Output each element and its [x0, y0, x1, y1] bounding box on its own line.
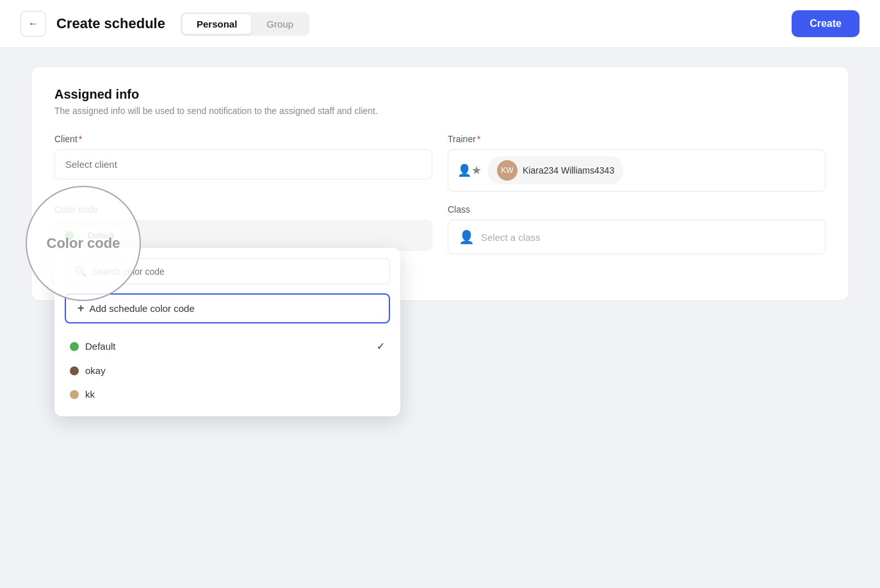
back-icon: ← [28, 18, 38, 29]
color-code-field-group: Color code Default 🔍 + [54, 204, 432, 254]
color-option-okay[interactable]: okay [65, 359, 390, 382]
color-dot-default [70, 342, 79, 351]
color-option-default-label: Default [85, 341, 116, 352]
add-color-label: Add schedule color code [90, 303, 195, 314]
form-row-client-trainer: Client* Trainer* 👤★ KW Kiara234 Williams… [54, 134, 826, 192]
client-input[interactable] [54, 149, 432, 179]
color-code-label: Color code [54, 204, 432, 215]
trainer-required: * [477, 134, 480, 144]
class-field[interactable]: 👤 Select a class [448, 220, 826, 254]
color-dot-okay [70, 366, 79, 375]
trainer-field-group: Trainer* 👤★ KW Kiara234 Williams4343 [448, 134, 826, 192]
check-icon: ✓ [377, 340, 385, 352]
color-search-bar: 🔍 [65, 258, 390, 284]
trainer-field[interactable]: 👤★ KW Kiara234 Williams4343 [448, 149, 826, 192]
tab-group: Personal Group [181, 12, 309, 36]
search-icon: 🔍 [74, 265, 87, 277]
trainer-name-badge: KW Kiara234 Williams4343 [488, 156, 623, 184]
client-required: * [79, 134, 82, 144]
class-label: Class [448, 204, 826, 215]
page-header: ← Create schedule Personal Group Create [0, 0, 880, 48]
color-code-section: Default 🔍 + Add schedule color code [54, 220, 432, 251]
color-option-default[interactable]: Default ✓ [65, 334, 390, 359]
color-dot-selected [65, 231, 74, 240]
class-person-icon: 👤 [459, 229, 475, 245]
add-color-button[interactable]: + Add schedule color code [65, 293, 390, 323]
color-selected-badge: Default [80, 227, 122, 243]
tab-personal[interactable]: Personal [183, 14, 251, 34]
card-title: Assigned info [54, 87, 826, 102]
back-button[interactable]: ← [20, 11, 46, 37]
color-option-kk-label: kk [85, 389, 95, 400]
color-option-kk[interactable]: kk [65, 382, 390, 406]
trainer-name-text: Kiara234 Williams4343 [523, 165, 614, 176]
card-subtitle: The assigned info will be used to send n… [54, 106, 826, 116]
create-button[interactable]: Create [792, 10, 860, 37]
color-option-okay-label: okay [85, 365, 106, 376]
page-title: Create schedule [56, 15, 165, 32]
trainer-label: Trainer* [448, 134, 826, 144]
class-placeholder-text: Select a class [481, 232, 541, 243]
color-dot-kk [70, 390, 79, 399]
trainer-star-icon: 👤★ [457, 163, 482, 177]
plus-icon: + [77, 302, 85, 315]
assigned-info-card: Assigned info The assigned info will be … [31, 66, 849, 301]
client-field-group: Client* [54, 134, 432, 192]
class-field-group: Class 👤 Select a class [448, 204, 826, 254]
color-search-input[interactable] [92, 266, 380, 277]
color-code-dropdown: 🔍 + Add schedule color code Default ✓ [54, 248, 400, 416]
tab-group[interactable]: Group [252, 14, 307, 34]
color-code-row[interactable]: Default [54, 220, 432, 251]
trainer-avatar: KW [497, 160, 517, 181]
form-row-color-class: Color code Default 🔍 + [54, 204, 826, 254]
main-content: Assigned info The assigned info will be … [0, 48, 880, 332]
client-label: Client* [54, 134, 432, 144]
